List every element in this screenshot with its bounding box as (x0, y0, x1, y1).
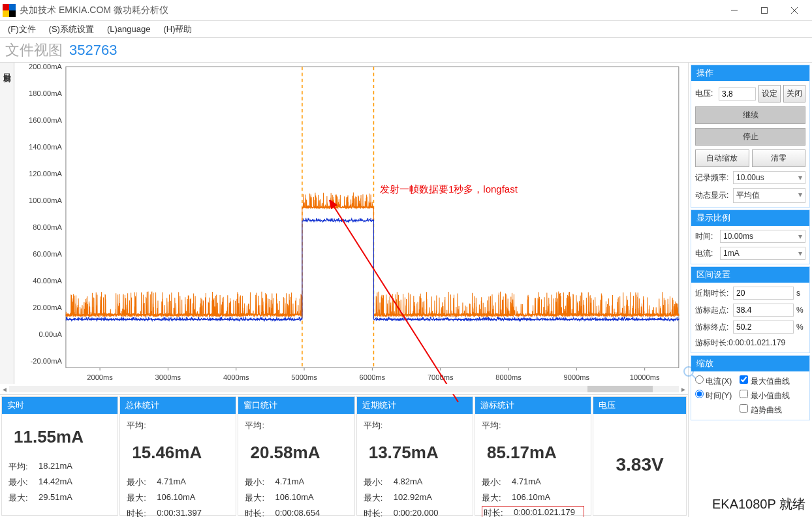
svg-text:2000ms: 2000ms (87, 373, 113, 381)
svg-rect-2 (3, 10, 9, 17)
svg-text:140.00mA: 140.00mA (29, 143, 62, 151)
scroll-right-icon[interactable]: ► (679, 386, 688, 393)
svg-text:7000ms: 7000ms (428, 373, 454, 381)
cursor-duration-highlight: 时长:0:00:01.021.179 (482, 506, 584, 517)
minimize-button[interactable] (719, 0, 749, 21)
panel-zoom: 缩放 电流(X) 时间(Y) 最大值曲线 最小值曲线 趋势曲线 (691, 355, 810, 420)
check-max-curve[interactable]: 最大值曲线 (740, 375, 789, 387)
rate-select[interactable]: 10.00us▾ (733, 171, 805, 184)
panel-range: 区间设置 近期时长: s 游标起点: % 游标终点: % 游标时长:0:00:0… (691, 266, 810, 353)
menu-help[interactable]: (H)帮助 (157, 22, 198, 37)
svg-text:4000ms: 4000ms (223, 373, 249, 381)
chart-scrollbar[interactable]: ◄ ► (0, 384, 688, 394)
recent-avg: 13.75mA (369, 443, 466, 463)
svg-text:5000ms: 5000ms (291, 373, 317, 381)
svg-point-46 (684, 367, 693, 376)
svg-text:80.00mA: 80.00mA (33, 223, 62, 231)
svg-text:60.00mA: 60.00mA (33, 250, 62, 258)
svg-rect-0 (3, 4, 9, 10)
svg-text:3000ms: 3000ms (155, 373, 181, 381)
chart-annotation: 发射一帧数据要1秒多，longfast (380, 183, 518, 196)
svg-rect-5 (762, 7, 768, 13)
svg-rect-3 (9, 10, 16, 17)
close-button[interactable] (779, 0, 809, 21)
continue-button[interactable]: 继续 (695, 106, 805, 124)
panel-recent: 近期统计 平均: 13.75mA 最小:4.82mA 最大:102.92mA 时… (356, 396, 473, 516)
view-header: 文件视图 352763 (0, 38, 812, 63)
menu-system[interactable]: (S)系统设置 (42, 22, 101, 37)
radio-time-y[interactable]: 时间(Y) (695, 390, 732, 401)
stop-button[interactable]: 停止 (695, 128, 805, 146)
svg-text:-20.00mA: -20.00mA (31, 357, 63, 365)
set-voltage-button[interactable]: 设定 (758, 85, 781, 102)
maximize-button[interactable] (749, 0, 779, 21)
svg-text:40.00mA: 40.00mA (33, 277, 62, 285)
check-min-curve[interactable]: 最小值曲线 (740, 390, 789, 401)
panel-scale: 显示比例 时间: 10.00ms▾ 电流: 1mA▾ (691, 210, 810, 264)
cursor-avg: 85.17mA (487, 443, 584, 463)
voltage-value: 3.83V (616, 454, 663, 475)
cursor-duration-label: 游标时长:0:00:01.021.179 (695, 337, 785, 349)
svg-text:120.00mA: 120.00mA (29, 170, 62, 178)
autoscale-button[interactable]: 自动缩放 (695, 149, 749, 167)
clear-button[interactable]: 清零 (752, 149, 806, 167)
waveform-chart[interactable]: -20.00mA0.00uA20.00mA40.00mA60.00mA80.00… (14, 63, 688, 384)
status-footer: EKA1080P 就绪 (712, 495, 805, 513)
svg-text:10000ms: 10000ms (630, 373, 660, 381)
panel-voltage: 电压 3.83V (593, 396, 687, 516)
close-voltage-button[interactable]: 关闭 (783, 85, 805, 102)
voltage-input[interactable] (719, 87, 756, 101)
cursor-end-input[interactable] (733, 321, 794, 334)
display-mode-select[interactable]: 平均值▾ (733, 188, 805, 203)
panel-cursor: 游标统计 平均: 85.17mA 最小:4.71mA 最大:106.10mA 时… (475, 396, 591, 516)
svg-rect-8 (66, 67, 679, 368)
panel-window: 窗口统计 平均: 20.58mA 最小:4.71mA 最大:106.10mA 时… (238, 396, 354, 516)
recent-duration-input[interactable] (733, 287, 794, 300)
realtime-value: 11.55mA (14, 427, 111, 447)
scroll-left-icon[interactable]: ◄ (0, 386, 9, 393)
trigger-tab[interactable]: 触发窗口 (0, 63, 14, 384)
check-trend-curve[interactable]: 趋势曲线 (740, 404, 789, 416)
cursor-start-input[interactable] (733, 304, 794, 317)
panel-ops: 操作 电压: 设定 关闭 继续 停止 自动缩放 清零 记录频率: 10.00us… (691, 65, 810, 208)
window-avg: 20.58mA (250, 443, 347, 463)
svg-text:8000ms: 8000ms (495, 373, 522, 381)
svg-text:20.00mA: 20.00mA (33, 304, 62, 311)
scroll-thumb[interactable] (587, 386, 653, 392)
svg-text:200.00mA: 200.00mA (29, 63, 62, 70)
svg-text:100.00mA: 100.00mA (29, 196, 62, 204)
view-number: 352763 (69, 42, 117, 59)
menu-language[interactable]: (L)anguage (101, 23, 157, 35)
svg-rect-1 (9, 4, 16, 10)
panel-total: 总体统计 平均: 15.46mA 最小:4.71mA 最大:106.10mA 时… (119, 396, 236, 516)
svg-text:0.00uA: 0.00uA (39, 330, 63, 338)
window-title: 央加技术 EMKIA.COM 微功耗分析仪 (20, 5, 719, 16)
svg-text:9000ms: 9000ms (564, 373, 590, 381)
menu-file[interactable]: (F)文件 (1, 22, 42, 37)
svg-line-47 (692, 375, 696, 379)
current-scale-select[interactable]: 1mA▾ (720, 247, 805, 260)
panel-realtime: 实时 11.55mA 平均:18.21mA 最小:14.42mA 最大:29.5… (1, 396, 118, 516)
svg-text:6000ms: 6000ms (360, 373, 386, 381)
total-avg: 15.46mA (132, 443, 229, 463)
menu-bar: (F)文件 (S)系统设置 (L)anguage (H)帮助 (0, 21, 812, 38)
svg-text:180.00mA: 180.00mA (29, 89, 62, 97)
svg-text:160.00mA: 160.00mA (29, 116, 62, 124)
app-logo-icon (3, 4, 16, 17)
time-scale-select[interactable]: 10.00ms▾ (720, 230, 805, 243)
radio-current-x[interactable]: 电流(X) (695, 375, 732, 387)
view-label: 文件视图 (5, 40, 63, 60)
title-bar: 央加技术 EMKIA.COM 微功耗分析仪 (0, 0, 812, 21)
